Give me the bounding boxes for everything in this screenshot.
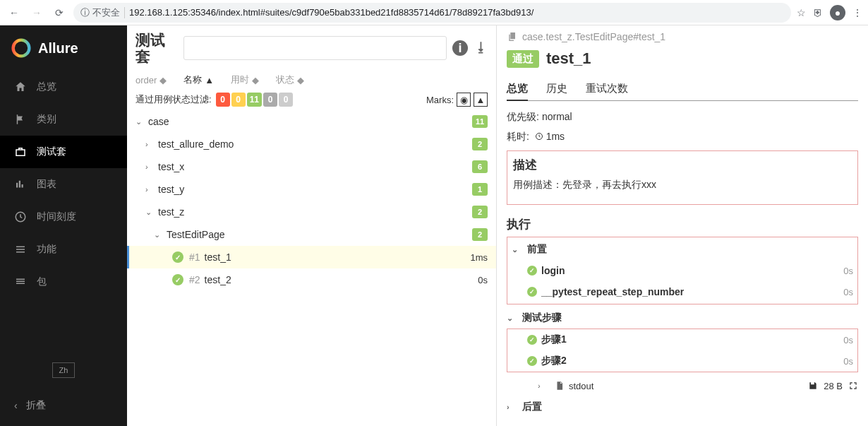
description-text: 用例描述：先登录，再去执行xxx xyxy=(513,177,852,199)
tree-leaf-test-2[interactable]: ✓#2test_20s xyxy=(127,268,496,291)
mark-flaky[interactable]: ◉ xyxy=(457,93,471,107)
tree-pane: 测试套 i ⭳ order ◆ 名称 ▲ 用时 ◆ 状态 ◆ 通过用例状态过滤:… xyxy=(127,25,497,426)
chevron-down-icon: ⌄ xyxy=(135,117,145,126)
pass-icon: ✓ xyxy=(172,252,183,263)
pass-icon: ✓ xyxy=(527,335,537,345)
sort-status[interactable]: 状态 ◆ xyxy=(276,73,304,86)
filter-failed[interactable]: 0 xyxy=(216,93,230,107)
save-icon[interactable] xyxy=(808,381,818,391)
sidebar-item-timeline[interactable]: 时间刻度 xyxy=(0,201,127,233)
setup-heading[interactable]: ⌄前置 xyxy=(512,239,853,260)
tree-node-case[interactable]: ⌄case11 xyxy=(127,110,496,133)
sort-order[interactable]: order ◆ xyxy=(135,75,167,85)
menu-icon[interactable]: ⋮ xyxy=(852,7,862,18)
sidebar: Allure 总览 类别 测试套 图表 时间刻度 功能 包 Zh ‹折叠 xyxy=(0,25,127,426)
download-icon[interactable]: ⭳ xyxy=(475,40,488,56)
chevron-right-icon: › xyxy=(145,185,155,194)
sidebar-item-overview[interactable]: 总览 xyxy=(0,71,127,103)
back-button[interactable]: ← xyxy=(6,4,23,21)
teardown-heading[interactable]: ›后置 xyxy=(507,396,858,418)
mark-new[interactable]: ▲ xyxy=(474,93,488,107)
setup-step-repeat[interactable]: ✓__pytest_repeat_step_number0s xyxy=(512,281,853,302)
file-icon xyxy=(555,381,565,391)
flag-icon xyxy=(14,113,27,126)
sidebar-item-graphs[interactable]: 图表 xyxy=(0,168,127,201)
pass-icon: ✓ xyxy=(527,287,537,297)
filter-unknown[interactable]: 0 xyxy=(279,93,293,107)
chevron-down-icon: ⌄ xyxy=(507,314,517,323)
tree-node-testeditpage[interactable]: ⌄TestEditPage2 xyxy=(127,223,496,246)
sidebar-item-behaviors[interactable]: 功能 xyxy=(0,233,127,266)
address-bar[interactable]: ⓘ 不安全 192.168.1.125:35346/index.html#sui… xyxy=(73,3,791,23)
chevron-right-icon: › xyxy=(507,403,517,411)
test-title: test_1 xyxy=(546,49,591,68)
expand-icon[interactable] xyxy=(848,381,858,391)
stdout-size: 28 B xyxy=(824,381,843,391)
execution-heading: 执行 xyxy=(507,216,858,232)
language-button[interactable]: Zh xyxy=(52,362,75,378)
filter-broken[interactable]: 0 xyxy=(231,93,246,107)
forward-button[interactable]: → xyxy=(28,4,45,21)
pass-icon: ✓ xyxy=(172,274,183,285)
clock-icon xyxy=(535,132,543,141)
tree-node-allure-demo[interactable]: ›test_allure_demo2 xyxy=(127,133,496,155)
test-step-2[interactable]: ✓步骤20s xyxy=(512,350,853,372)
search-input[interactable] xyxy=(183,36,447,60)
description-heading: 描述 xyxy=(513,157,852,173)
sort-name[interactable]: 名称 ▲ xyxy=(183,73,214,86)
briefcase-icon xyxy=(14,146,27,158)
star-icon[interactable]: ☆ xyxy=(797,7,806,18)
filter-skipped[interactable]: 0 xyxy=(263,93,277,107)
pass-icon: ✓ xyxy=(527,356,537,366)
layers-icon xyxy=(14,276,27,288)
priority-line: 优先级:normal xyxy=(507,111,858,124)
tab-overview[interactable]: 总览 xyxy=(507,78,528,101)
pass-icon: ✓ xyxy=(527,266,537,276)
tab-history[interactable]: 历史 xyxy=(546,78,567,101)
sidebar-item-packages[interactable]: 包 xyxy=(0,266,127,298)
svg-point-0 xyxy=(13,40,30,57)
insecure-badge: ⓘ 不安全 xyxy=(80,6,120,19)
stdout-attachment[interactable]: › stdout 28 B xyxy=(507,375,858,396)
setup-step-login[interactable]: ✓login0s xyxy=(512,260,853,281)
clock-icon xyxy=(14,211,27,223)
tab-retries[interactable]: 重试次数 xyxy=(586,78,628,101)
profile-icon[interactable]: ● xyxy=(830,5,845,20)
tree-leaf-test-1[interactable]: ✓#1test_11ms xyxy=(127,246,496,268)
breadcrumb: case.test_z.TestEditPage#test_1 xyxy=(507,31,858,42)
shield-icon[interactable]: ⛨ xyxy=(813,7,823,18)
marks-label: Marks: xyxy=(426,95,454,105)
brand-text: Allure xyxy=(38,40,78,57)
duration-line: 耗时: 1ms xyxy=(507,131,858,143)
copy-icon[interactable] xyxy=(507,31,518,42)
test-step-1[interactable]: ✓步骤10s xyxy=(512,329,853,350)
chevron-right-icon: › xyxy=(145,162,155,171)
status-badge: 通过 xyxy=(507,50,539,68)
info-icon[interactable]: i xyxy=(452,40,468,56)
chevron-right-icon: › xyxy=(145,140,155,148)
chevron-down-icon: ⌄ xyxy=(154,230,164,239)
detail-pane: case.test_z.TestEditPage#test_1 通过 test_… xyxy=(497,25,868,426)
body-heading[interactable]: ⌄测试步骤 xyxy=(507,307,858,329)
tree-node-test-x[interactable]: ›test_x6 xyxy=(127,155,496,178)
filter-label: 通过用例状态过滤: xyxy=(135,93,212,106)
sidebar-item-suites[interactable]: 测试套 xyxy=(0,136,127,168)
chevron-right-icon: › xyxy=(538,381,548,390)
tree-node-test-y[interactable]: ›test_y1 xyxy=(127,178,496,201)
sort-duration[interactable]: 用时 ◆ xyxy=(231,73,259,86)
reload-button[interactable]: ⟳ xyxy=(51,4,68,21)
brand[interactable]: Allure xyxy=(0,25,127,71)
chevron-down-icon: ⌄ xyxy=(512,245,522,254)
tree-node-test-z[interactable]: ⌄test_z2 xyxy=(127,201,496,223)
collapse-button[interactable]: ‹折叠 xyxy=(0,392,127,419)
allure-logo-icon xyxy=(11,38,31,58)
sidebar-item-categories[interactable]: 类别 xyxy=(0,103,127,136)
chevron-down-icon: ⌄ xyxy=(145,208,155,217)
list-icon xyxy=(14,243,27,256)
chart-icon xyxy=(14,178,27,191)
browser-toolbar: ← → ⟳ ⓘ 不安全 192.168.1.125:35346/index.ht… xyxy=(0,0,868,25)
tree-title: 测试套 xyxy=(135,32,178,64)
filter-passed[interactable]: 11 xyxy=(247,93,262,107)
home-icon xyxy=(14,81,27,93)
url-text: 192.168.1.125:35346/index.html#suites/c9… xyxy=(129,7,534,18)
